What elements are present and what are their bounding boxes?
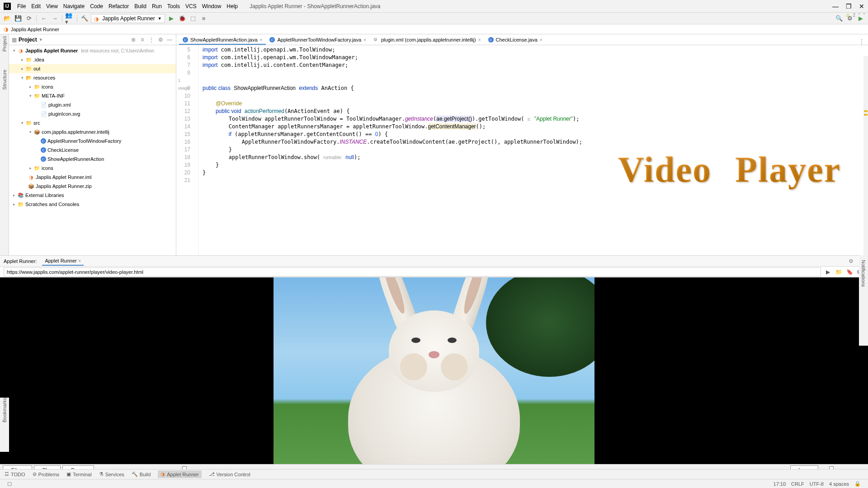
tooltab-services[interactable]: ⚗Services <box>99 471 124 477</box>
error-stripe[interactable] <box>863 56 868 255</box>
debug-icon[interactable]: 🐞 <box>178 14 187 23</box>
tooltab-applet-runner[interactable]: ◑Applet Runner <box>158 470 201 478</box>
indent-setting[interactable]: 4 spaces <box>829 481 849 487</box>
tab-bookmarks[interactable]: Bookmarks <box>2 398 7 422</box>
tooltab-todo[interactable]: ☲TODO <box>5 471 25 477</box>
tooltab-vcs[interactable]: ⎇Version Control <box>209 471 250 477</box>
save-icon[interactable]: 💾 <box>14 14 23 23</box>
users-icon[interactable]: 👥▾ <box>65 14 74 23</box>
editor-tab-active[interactable]: C ShowAppletRunnerAction.java× <box>179 36 266 45</box>
select-opened-icon[interactable]: ⊕ <box>130 36 137 43</box>
menu-build[interactable]: Build <box>132 3 149 9</box>
refresh-icon[interactable]: ⟳ <box>24 14 33 23</box>
expand-all-icon[interactable]: ≡ <box>139 36 146 43</box>
stop-icon[interactable]: ■ <box>199 14 208 23</box>
close-tab-icon[interactable]: × <box>540 38 542 42</box>
tab-project[interactable]: Project <box>2 36 7 52</box>
search-icon[interactable]: 🔍 <box>835 14 844 23</box>
play-icon[interactable]: ▶ <box>824 269 832 275</box>
tree-node-out[interactable]: ▸📁out <box>9 64 176 73</box>
close-tab-icon[interactable]: × <box>478 38 481 42</box>
menu-edit[interactable]: Edit <box>28 3 43 9</box>
tree-root[interactable]: ▾◑ Japplis Applet Runnertest resources r… <box>9 46 176 55</box>
chevron-down-icon[interactable]: ▼ <box>39 38 43 42</box>
tree-external-libs[interactable]: ▸📚External Libraries <box>9 191 176 200</box>
editor-inspection-status[interactable]: ⚠ 2 ˄ ˅ <box>846 13 865 18</box>
tree-file[interactable]: 📄plugin.xml <box>9 100 176 109</box>
tree-class[interactable]: CCheckLicense <box>9 145 176 155</box>
tree-node-src[interactable]: ▾📁src <box>9 118 176 127</box>
right-side-tabs: Notifications <box>859 255 868 346</box>
open-icon[interactable]: 📂 <box>3 14 12 23</box>
close-tab-icon[interactable]: × <box>363 38 366 42</box>
hide-icon[interactable]: — <box>166 36 173 43</box>
line-separator[interactable]: CRLF <box>791 481 804 487</box>
menu-help[interactable]: Help <box>224 3 241 9</box>
close-tab-icon[interactable]: × <box>260 38 263 42</box>
menu-file[interactable]: File <box>14 3 28 9</box>
applet-runner-tab[interactable]: Applet Runner × <box>42 257 84 266</box>
tree-class[interactable]: CShowAppletRunnerAction <box>9 155 176 164</box>
readonly-lock-icon[interactable]: 🔒 <box>854 481 861 487</box>
tooltab-terminal[interactable]: ▣Terminal <box>66 471 92 477</box>
url-input[interactable] <box>4 267 821 277</box>
run-configuration-combo[interactable]: ◑ Japplis Applet Runner ▼ <box>91 14 165 23</box>
editor-tab[interactable]: ⚙ plugin.xml (com.japplis.appletrunner.i… <box>370 36 485 45</box>
tree-node[interactable]: ▸📁icons <box>9 82 176 91</box>
tree-package[interactable]: ▾📦com.japplis.appletrunner.intellij <box>9 127 176 136</box>
forward-icon[interactable]: → <box>50 14 59 23</box>
chevron-up-icon[interactable]: ˄ <box>858 13 860 18</box>
close-tab-icon[interactable]: × <box>78 258 81 263</box>
tab-structure[interactable]: Structure <box>2 70 7 90</box>
menu-code[interactable]: Code <box>87 3 106 9</box>
tooltab-build[interactable]: 🔨Build <box>132 471 151 477</box>
applet-icon: ◑ <box>94 16 99 21</box>
editor-tab[interactable]: C AppletRunnerToolWindowFactory.java× <box>266 36 370 45</box>
tree-node[interactable]: ▾📁META-INF <box>9 91 176 100</box>
menu-navigate[interactable]: Navigate <box>61 3 87 9</box>
menu-window[interactable]: Window <box>199 3 224 9</box>
coverage-icon[interactable]: ⬚ <box>189 14 198 23</box>
project-tree[interactable]: ▾◑ Japplis Applet Runnertest resources r… <box>9 45 176 210</box>
editor-more-icon[interactable]: ⋮ <box>855 38 868 45</box>
chevron-down-icon[interactable]: ˅ <box>863 13 865 18</box>
run-icon[interactable]: ▶ <box>167 14 176 23</box>
tree-node[interactable]: ▸📁icons <box>9 164 176 173</box>
tool-window-toggle-icon[interactable]: ▢ <box>7 481 12 487</box>
tree-node[interactable]: ▾📂resources <box>9 73 176 82</box>
applet-runner-label: Applet Runner: <box>4 258 37 264</box>
breadcrumb-project[interactable]: Japplis Applet Runner <box>11 27 59 32</box>
run-config-label: Japplis Applet Runner <box>102 15 155 22</box>
chevron-down-icon: ▼ <box>158 16 162 21</box>
menu-refactor[interactable]: Refactor <box>106 3 132 9</box>
cursor-position[interactable]: 17:10 <box>774 481 786 487</box>
folder-icon[interactable]: 📁 <box>835 269 843 275</box>
tree-node[interactable]: ▸📁.idea <box>9 55 176 64</box>
close-icon[interactable]: ✕ <box>859 3 864 10</box>
bookmark-icon[interactable]: 🔖 <box>845 269 854 275</box>
hammer-icon[interactable]: 🔨 <box>80 14 89 23</box>
back-icon[interactable]: ← <box>39 14 48 23</box>
menu-tools[interactable]: Tools <box>165 3 183 9</box>
menu-run[interactable]: Run <box>149 3 165 9</box>
class-icon: C <box>41 147 46 153</box>
tree-class[interactable]: CAppletRunnerToolWindowFactory <box>9 136 176 145</box>
minimize-icon[interactable]: — <box>832 3 839 10</box>
gutter[interactable]: 56781 usage9101112131415161718192021 <box>176 45 199 255</box>
tree-scratches[interactable]: ▸📁Scratches and Consoles <box>9 200 176 209</box>
class-icon: C <box>41 156 46 162</box>
maximize-icon[interactable]: ❐ <box>846 3 852 10</box>
gear-icon[interactable]: ⚙ <box>157 36 164 43</box>
collapse-all-icon[interactable]: ⋮ <box>148 36 155 43</box>
tab-notifications[interactable]: Notifications <box>861 260 866 287</box>
tree-file[interactable]: 📄pluginIcon.svg <box>9 109 176 118</box>
menu-view[interactable]: View <box>43 3 61 9</box>
menu-vcs[interactable]: VCS <box>183 3 199 9</box>
gear-icon[interactable]: ⚙ <box>849 258 854 264</box>
tooltab-problems[interactable]: ⊘Problems <box>33 471 59 477</box>
tree-file[interactable]: ◑Japplis Applet Runner.iml <box>9 173 176 182</box>
tree-file[interactable]: 📦Japplis Applet Runner.zip <box>9 182 176 191</box>
file-encoding[interactable]: UTF-8 <box>810 481 824 487</box>
code-editor[interactable]: 56781 usage9101112131415161718192021 imp… <box>176 45 868 255</box>
editor-tab[interactable]: C CheckLicense.java× <box>485 36 546 45</box>
